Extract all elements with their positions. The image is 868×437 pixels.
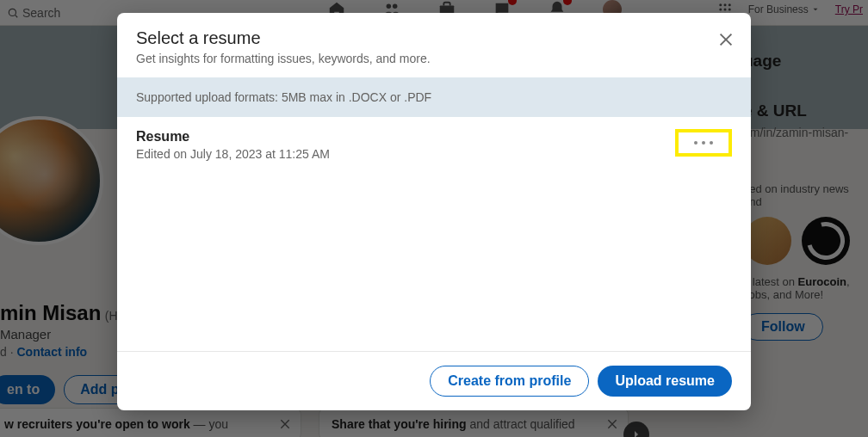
upload-formats-banner: Supported upload formats: 5MB max in .DO… — [117, 77, 751, 117]
select-resume-modal: Select a resume Get insights for formatt… — [117, 13, 751, 410]
upload-resume-button[interactable]: Upload resume — [598, 366, 732, 397]
close-icon — [716, 30, 735, 49]
resume-name: Resume — [136, 129, 330, 145]
create-from-profile-button[interactable]: Create from profile — [430, 366, 589, 397]
modal-title: Select a resume — [136, 28, 732, 48]
resume-edited-date: Edited on July 18, 2023 at 11:25 AM — [136, 147, 330, 161]
more-icon — [694, 141, 713, 145]
resume-row[interactable]: Resume Edited on July 18, 2023 at 11:25 … — [117, 117, 751, 173]
modal-subtitle: Get insights for formatting issues, keyw… — [136, 52, 732, 65]
modal-close-button[interactable] — [716, 30, 735, 49]
resume-more-button[interactable] — [675, 129, 732, 157]
